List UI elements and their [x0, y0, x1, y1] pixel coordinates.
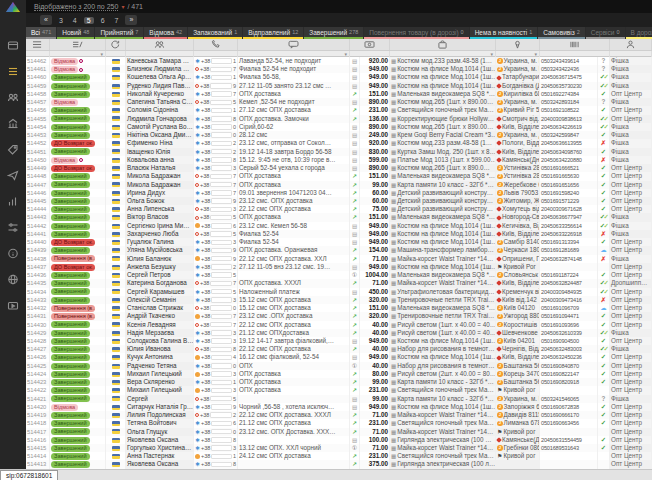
table-row[interactable]: 514447ЗавершенийМикола Бадражан+387ОПХ д…	[26, 181, 652, 189]
tab-В дорозі додому[interactable]: В дорозі додому0	[626, 27, 652, 39]
table-row[interactable]: 514448ЗавершенийМикола Бадражан+387ОПХ д…	[26, 172, 652, 180]
page-number-4[interactable]: 4	[70, 17, 80, 24]
table-row[interactable]: 514434ЗавершенийСергей Карамышев∗+385Нал…	[26, 288, 652, 296]
column-header-country-flag[interactable]	[106, 39, 126, 50]
table-row[interactable]: 514422ЗавершенийМихаил Гилецький+383ОПХ …	[26, 386, 652, 394]
column-header-channel[interactable]	[610, 39, 652, 50]
table-row[interactable]: 514427ЗавершенийЮлия Иванова+38822.12 см…	[26, 345, 652, 353]
tab-Завершений[interactable]: Завершений278	[304, 27, 363, 39]
table-row[interactable]: 514454ЗавершенийСамотій Руслана Во…∗+380…	[26, 123, 652, 131]
page-number-3[interactable]: 3	[56, 17, 66, 24]
tab-Новий[interactable]: Новий48	[57, 27, 94, 39]
column-header-comment[interactable]	[238, 39, 350, 50]
table-row[interactable]: 514437ДО Возврат ок…Анжела Безушку∗+3822…	[26, 263, 652, 271]
sidebar-item-tags[interactable]	[6, 143, 20, 156]
table-row[interactable]: 514459ЗавершенийРуденко Лидия Пав…+38927…	[26, 82, 652, 90]
table-row[interactable]: 514413ЗавершенийЯковлева Оксана∗+388↗375…	[26, 460, 652, 468]
table-row[interactable]: 514462ВідмоваКаневська Тамара …∗+381Лава…	[26, 57, 652, 65]
table-row[interactable]: 514441ЗавершенийЗахарченко Люба+385Фиалк…	[26, 230, 652, 238]
sidebar-item-dashboard[interactable]	[6, 39, 20, 52]
carrier-novaposhta-icon	[496, 83, 502, 89]
last-page-button[interactable]: »	[125, 15, 137, 25]
page-number-6[interactable]: 6	[98, 17, 108, 24]
first-page-button[interactable]: «	[40, 15, 52, 25]
table-row[interactable]: 514421ЗавершенийСергей+385▤99.00▦Карта п…	[26, 395, 652, 403]
table-row[interactable]: 514432Повернення (в…Станіслав Стрижак+38…	[26, 304, 652, 312]
table-row[interactable]: 514450ВідмоваКовальова анна∗+38815.12. 9…	[26, 156, 652, 164]
page-number-5[interactable]: 5	[84, 17, 94, 24]
app-logo-icon[interactable]	[0, 0, 26, 15]
table-row[interactable]: 514425ЗавершенийРадченко Тетяна∗+380ОПХ①…	[26, 362, 652, 370]
column-header-status[interactable]	[50, 39, 106, 50]
table-row[interactable]: 514418ЗавершенийТетяна Войтович∗+38621.1…	[26, 419, 652, 427]
sidebar-item-web[interactable]	[6, 273, 20, 286]
table-row[interactable]: 514455ЗавершенийЛюдмила Гончарова∗+388ОП…	[26, 115, 652, 123]
table-row[interactable]: 514453ЗавершенийНікітіна Оксана Дми…∗+38…	[26, 131, 652, 139]
tab-Всі[interactable]: Всі471	[26, 27, 56, 39]
table-row[interactable]: 514431Повернення (в…Андрій Ткаченко+3872…	[26, 312, 652, 320]
table-row[interactable]: 514461ВідмоваБлизнюк Людмила …+387Фиалка…	[26, 65, 652, 73]
column-header-order-id[interactable]	[26, 39, 50, 50]
table-row[interactable]: 514436ЗавершенийСергей Петров∗+385①1004.…	[26, 271, 652, 279]
column-header-tracking[interactable]	[540, 39, 610, 50]
table-row[interactable]: 514419ЗавершенийЛилия Подолинская+38222.…	[26, 411, 652, 419]
channel-cell: Дропшипп…	[610, 279, 652, 287]
tab-Відмова[interactable]: Відмова42	[144, 27, 187, 39]
tab-Прийнятий[interactable]: Прийнятий7	[95, 27, 143, 39]
client-name-cell: Власюк Наталья	[126, 164, 194, 172]
table-row[interactable]: 514420ВідмоваСитарчук Наталія Гр…∗+389Чо…	[26, 403, 652, 411]
table-row[interactable]: 514415ЗавершенийГоргулько Христина…∗+383…	[26, 444, 652, 452]
sidebar-item-video[interactable]	[6, 299, 20, 312]
table-row[interactable]: 514443ЗавершенийВіктор Власов+385ОПХ дос…	[26, 213, 652, 221]
sidebar-item-orders[interactable]	[6, 65, 20, 78]
sidebar-item-info[interactable]	[6, 247, 20, 260]
table-row[interactable]: 514446ЗавершенийИрина Дидух∗+38709.01 зв…	[26, 189, 652, 197]
table-row[interactable]: 514451ЗавершенийІващенко Юлія∗+38219.12 …	[26, 148, 652, 156]
table-row[interactable]: 514435ЗавершенийКатерина Богданова+387ОП…	[26, 279, 652, 287]
table-row[interactable]: 514456ЗавершенийСоломія Сідоніна∗+38127.…	[26, 106, 652, 114]
table-row[interactable]: 514424ЗавершенийМихаил Гилецький+383ОПХ …	[26, 370, 652, 378]
table-row[interactable]: 514444ЗавершенийАнна Липенська+38322.12 …	[26, 205, 652, 213]
column-header-payment[interactable]	[350, 39, 390, 50]
sidebar-item-contacts[interactable]	[6, 91, 20, 104]
column-header-phone[interactable]	[194, 39, 238, 50]
column-header-product[interactable]	[390, 39, 496, 50]
table-row[interactable]: 514457ВідмоваСапегина Татьяна С…+385Кеме…	[26, 98, 652, 106]
table-row[interactable]: 514439ЗавершенийУляна Мусійовська∗+389ОП…	[26, 246, 652, 254]
table-row[interactable]: 514428ЗавершенийСолодкова Галина В…∗+383…	[26, 337, 652, 345]
clock-icon	[79, 59, 83, 63]
table-row[interactable]: 514460ЗавершенийКошелева Ольга Ар…∗+381Ф…	[26, 73, 652, 81]
table-row[interactable]: 514440ДО Возврат ок…Гуцалюк Галина∗+383Ф…	[26, 238, 652, 246]
table-row[interactable]: 514433ЗавершенийОлексій Семанін∗+38315.1…	[26, 296, 652, 304]
tab-Повернення товару (в дорозі)[interactable]: Повернення товару (в дорозі)0	[364, 27, 468, 39]
table-row[interactable]: 514438Повернення (в…Юлия Баланюк+38922.1…	[26, 255, 652, 263]
ukraine-flag-icon	[112, 355, 120, 360]
sidebar-item-stats[interactable]	[6, 195, 20, 208]
table-row[interactable]: 514423ЗавершенийВера Скляренко∗+381ОПХ д…	[26, 378, 652, 386]
page-number-7[interactable]: 7	[112, 17, 122, 24]
table-row[interactable]: 514426ЗавершенийКучук Антонина+38416.12 …	[26, 353, 652, 361]
table-row[interactable]: 514414ЗавершенийАнна Пастернак+38124.12 …	[26, 452, 652, 460]
tab-Сервіси[interactable]: Сервіси0	[586, 27, 625, 39]
table-row[interactable]: 514416ЗавершенийЯковлева Оксана∗+388▤100…	[26, 436, 652, 444]
tab-Самовивіз[interactable]: Самовивіз2	[538, 27, 585, 39]
table-row[interactable]: 514452ДО Возврат ок…Єфименко Ніна∗+38223…	[26, 139, 652, 147]
table-row[interactable]: 514458ЗавершенийНиколай Кучеренко∗+387ОП…	[26, 90, 652, 98]
table-row[interactable]: 514430ЗавершенийКсенія Левадняя+38722.12…	[26, 321, 652, 329]
table-row[interactable]: 514445ЗавершенийОльга Божок∗+38923.12 см…	[26, 197, 652, 205]
carrier-novaposhta-icon	[496, 297, 502, 303]
table-row[interactable]: 514417ЗавершенийОльга Глущук∗+38023.12 с…	[26, 428, 652, 436]
shown-range-dropdown[interactable]: Відображено з 200 по 250	[34, 3, 118, 11]
table-row[interactable]: 514442ЗавершенийСергієнко Ірина Ми…+3862…	[26, 222, 652, 230]
table-row[interactable]: 514449ДО Возврат ок…Власюк Наталья∗+383С…	[26, 164, 652, 172]
column-header-client[interactable]	[126, 39, 194, 50]
table-row[interactable]: 514429ЗавершенийНадія Мерзаєва∗+38321.12…	[26, 329, 652, 337]
city-name: Украина, м. Дні…	[504, 131, 541, 139]
sidebar-item-broadcast[interactable]	[6, 169, 20, 182]
tab-Запакований[interactable]: Запакований1	[188, 27, 242, 39]
sidebar-item-settings[interactable]	[6, 221, 20, 234]
sidebar-item-company[interactable]	[6, 117, 20, 130]
column-header-city[interactable]	[496, 39, 540, 50]
tab-Нема в наявності[interactable]: Нема в наявності1	[470, 27, 538, 39]
tab-Відправлений[interactable]: Відправлений12	[243, 27, 303, 39]
